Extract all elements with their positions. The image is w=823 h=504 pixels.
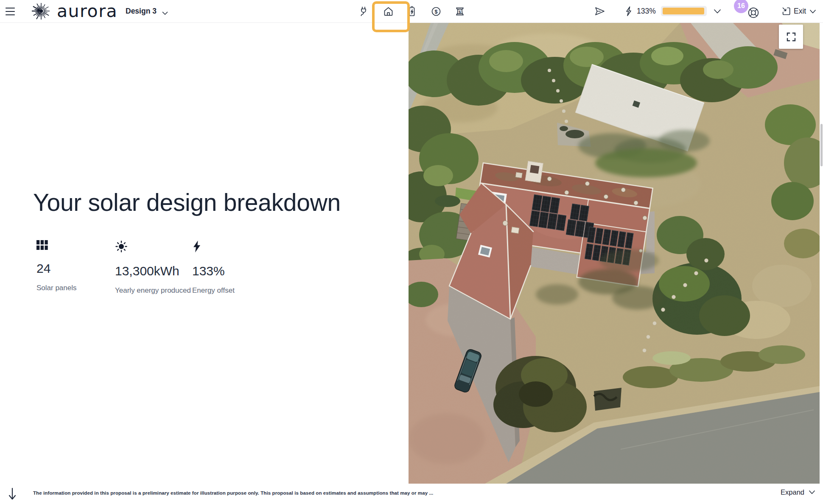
notification-badge[interactable]: 16 <box>734 0 748 13</box>
stat-solar-panels: 24 Solar panels <box>36 240 117 292</box>
stat-value: 133% <box>192 264 273 278</box>
aurora-logo-wordmark: aurora <box>57 3 118 20</box>
energy-progress-bar[interactable] <box>661 6 707 16</box>
stat-energy-offset: 133% Energy offset <box>192 240 273 295</box>
expand-label[interactable]: Expand <box>781 488 804 496</box>
vertical-scrollbar-thumb[interactable] <box>820 124 823 166</box>
disclaimer-bar: The information provided in this proposa… <box>0 484 823 504</box>
solar-panel-grid-icon <box>36 240 117 252</box>
design-selector[interactable]: Design 3 <box>126 7 157 16</box>
sun-icon <box>115 240 196 255</box>
run-simulation-icon[interactable] <box>594 6 606 17</box>
hamburger-menu-icon[interactable] <box>5 7 15 16</box>
stat-yearly-energy: 13,300kWh Yearly energy produced <box>115 240 196 295</box>
stat-value: 13,300kWh <box>115 264 196 278</box>
exit-icon[interactable] <box>781 6 791 16</box>
design-3d-viewport[interactable] <box>409 23 820 484</box>
lightning-icon <box>192 240 273 255</box>
fullscreen-icon <box>787 32 796 42</box>
expand-control[interactable]: Expand <box>781 488 815 496</box>
svg-text:$: $ <box>435 9 438 15</box>
stat-label: Energy offset <box>192 286 273 295</box>
svg-text:$: $ <box>459 9 461 14</box>
map-fullscreen-button[interactable] <box>779 25 803 49</box>
disclaimer-text: The information provided in this proposa… <box>33 490 433 496</box>
exit-button[interactable]: Exit <box>794 7 806 16</box>
incentives-bank-icon[interactable]: $ <box>454 6 466 17</box>
dollar-circle-icon[interactable]: $ <box>431 6 441 17</box>
home-icon[interactable] <box>383 6 394 17</box>
energy-progress-fill <box>663 8 704 14</box>
design-chevron-down-icon[interactable] <box>162 9 168 17</box>
progress-chevron-down-icon[interactable] <box>714 9 721 14</box>
stat-value: 24 <box>36 261 117 276</box>
stat-label: Yearly energy produced <box>115 286 196 295</box>
utility-plug-icon[interactable] <box>358 6 370 17</box>
page-title: Your solar design breakdown <box>33 188 341 216</box>
top-toolbar: aurora Design 3 <box>0 0 823 23</box>
lightning-bolt-icon <box>624 6 633 17</box>
aurora-logo-icon <box>31 0 52 23</box>
energy-offset-percent: 133% <box>637 7 656 16</box>
exit-chevron-down-icon[interactable] <box>809 9 816 14</box>
help-lifebuoy-icon[interactable] <box>747 6 760 19</box>
scroll-down-arrow-icon[interactable] <box>7 487 18 501</box>
expand-chevron-down-icon <box>809 490 815 495</box>
battery-icon[interactable] <box>407 6 417 17</box>
aurora-app-window: aurora Design 3 <box>0 0 823 504</box>
stat-label: Solar panels <box>36 284 117 292</box>
